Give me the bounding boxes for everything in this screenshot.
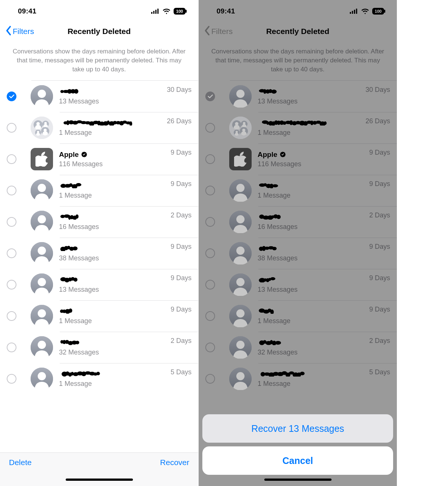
svg-point-113 (229, 117, 252, 139)
status-bar: 09:41 100 (199, 0, 397, 20)
selection-checkbox[interactable] (205, 311, 215, 321)
svg-point-141 (324, 121, 327, 125)
redacted-name (59, 370, 106, 378)
group-avatar-icon (229, 117, 252, 139)
wifi-icon (361, 8, 369, 14)
svg-rect-3 (158, 9, 159, 14)
selection-checkbox[interactable] (7, 92, 16, 101)
selection-checkbox[interactable] (205, 217, 215, 227)
svg-point-107 (236, 90, 245, 98)
days-remaining: 9 Days (171, 306, 198, 313)
days-remaining: 5 Days (171, 368, 198, 376)
chevron-left-icon (5, 26, 12, 37)
conversation-row[interactable]: 1 Message26 Days (199, 112, 397, 143)
status-bar: 09:41 100 (0, 0, 198, 20)
verified-badge-icon (280, 151, 286, 158)
selection-checkbox[interactable] (205, 343, 215, 352)
group-avatar-icon (31, 117, 53, 139)
selection-checkbox[interactable] (7, 311, 16, 321)
svg-rect-2 (155, 10, 156, 14)
bottom-toolbar: Delete Recover (0, 452, 198, 474)
svg-point-8 (38, 90, 46, 98)
cancel-button[interactable]: Cancel (202, 446, 393, 475)
selection-checkbox[interactable] (7, 123, 16, 133)
redacted-name (258, 276, 280, 284)
back-label: Filters (211, 27, 233, 36)
conversation-row[interactable]: 38 Messages9 Days (199, 238, 397, 269)
conversation-row[interactable]: 1 Message5 Days (199, 363, 397, 394)
person-avatar-icon (229, 305, 252, 327)
person-avatar-icon (229, 211, 252, 233)
conversation-list[interactable]: 13 Messages30 Days1 Message26 DaysApple1… (0, 81, 198, 452)
svg-point-49 (76, 183, 81, 186)
conversation-row[interactable]: 32 Messages2 Days (199, 332, 397, 363)
recover-button[interactable]: Recover (160, 458, 189, 467)
conversation-row[interactable]: Apple116 Messages9 Days (0, 143, 198, 175)
selection-checkbox[interactable] (7, 217, 16, 227)
conversation-list[interactable]: 13 Messages30 Days1 Message26 DaysApple1… (199, 81, 397, 452)
selection-checkbox[interactable] (7, 154, 16, 164)
conversation-row[interactable]: 13 Messages9 Days (0, 269, 198, 300)
selection-checkbox[interactable] (205, 374, 215, 384)
conversation-row[interactable]: 32 Messages2 Days (0, 332, 198, 363)
selection-checkbox[interactable] (7, 280, 16, 290)
conversation-row[interactable]: 16 Messages2 Days (199, 206, 397, 238)
delete-button[interactable]: Delete (9, 458, 32, 467)
days-remaining: 9 Days (171, 149, 198, 157)
conversation-row[interactable]: 1 Message5 Days (0, 363, 198, 394)
home-indicator[interactable] (66, 479, 133, 481)
conversation-row[interactable]: 1 Message26 Days (0, 112, 198, 143)
days-remaining: 9 Days (171, 243, 198, 251)
svg-point-44 (38, 184, 46, 192)
svg-rect-99 (350, 12, 351, 14)
selection-checkbox[interactable] (205, 186, 215, 195)
svg-point-184 (275, 341, 281, 345)
status-right: 100 (350, 8, 386, 15)
conversation-name-text: Apple (59, 151, 79, 159)
selection-checkbox[interactable] (205, 248, 215, 258)
selection-checkbox[interactable] (7, 186, 16, 195)
message-count: 13 Messages (258, 97, 397, 105)
message-count: 1 Message (258, 192, 397, 199)
svg-rect-0 (151, 12, 152, 14)
person-avatar-icon (31, 368, 53, 390)
recover-messages-button[interactable]: Recover 13 Messages (202, 414, 393, 443)
redacted-name (258, 213, 286, 222)
svg-point-121 (236, 131, 238, 133)
svg-point-178 (236, 341, 245, 349)
svg-text:100: 100 (176, 9, 183, 13)
selection-checkbox[interactable] (7, 374, 16, 384)
conversation-row[interactable]: 38 Messages9 Days (0, 238, 198, 269)
conversation-row[interactable]: 13 Messages30 Days (0, 81, 198, 112)
svg-rect-5 (186, 10, 187, 13)
home-indicator[interactable] (264, 479, 332, 481)
conversation-row[interactable]: 1 Message9 Days (0, 175, 198, 206)
conversation-row[interactable]: 16 Messages2 Days (0, 206, 198, 238)
conversation-row[interactable]: 1 Message9 Days (0, 300, 198, 332)
selection-checkbox[interactable] (205, 92, 215, 101)
selection-checkbox[interactable] (205, 280, 215, 290)
conversation-row[interactable]: 13 Messages30 Days (199, 81, 397, 112)
selection-checkbox[interactable] (7, 343, 16, 352)
message-count: 1 Message (258, 380, 397, 388)
header-description: Conversations show the days remaining be… (0, 43, 198, 80)
person-avatar-icon (229, 368, 252, 390)
svg-point-148 (272, 184, 278, 187)
back-button[interactable]: Filters (5, 26, 34, 37)
battery-icon: 100 (372, 8, 386, 15)
back-button[interactable]: Filters (204, 26, 233, 37)
svg-rect-104 (384, 10, 385, 13)
conversation-row[interactable]: Apple116 Messages9 Days (199, 143, 397, 175)
selection-checkbox[interactable] (205, 123, 215, 133)
selection-checkbox[interactable] (7, 248, 16, 258)
days-remaining: 5 Days (369, 368, 397, 376)
verified-badge-icon (81, 151, 87, 158)
conversation-row[interactable]: 1 Message9 Days (199, 175, 397, 206)
person-avatar-icon (229, 336, 252, 359)
conversation-row[interactable]: 13 Messages9 Days (199, 269, 397, 300)
svg-point-59 (38, 247, 46, 255)
person-avatar-icon (31, 336, 53, 359)
message-count: 13 Messages (258, 286, 397, 294)
selection-checkbox[interactable] (205, 154, 215, 164)
conversation-row[interactable]: 1 Message9 Days (199, 300, 397, 332)
